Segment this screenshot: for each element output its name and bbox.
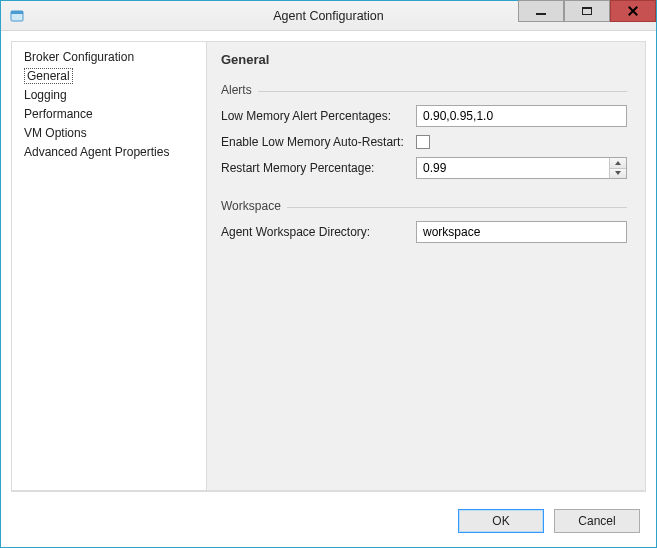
svg-rect-1 bbox=[11, 11, 23, 14]
restart-percentage-input[interactable] bbox=[417, 158, 609, 178]
enable-auto-restart-checkbox[interactable] bbox=[416, 135, 430, 149]
ok-button-label: OK bbox=[492, 514, 509, 528]
group-workspace-title: Workspace bbox=[221, 199, 281, 213]
workspace-directory-label: Agent Workspace Directory: bbox=[221, 225, 416, 239]
workspace-directory-input[interactable] bbox=[416, 221, 627, 243]
sidebar-item-label: General bbox=[24, 68, 73, 84]
sidebar-item-performance[interactable]: Performance bbox=[12, 105, 206, 124]
titlebar[interactable]: Agent Configuration bbox=[1, 1, 656, 31]
divider bbox=[287, 207, 627, 208]
group-alerts-title: Alerts bbox=[221, 83, 252, 97]
maximize-button[interactable] bbox=[564, 0, 610, 22]
cancel-button[interactable]: Cancel bbox=[554, 509, 640, 533]
cancel-button-label: Cancel bbox=[578, 514, 615, 528]
spinner-up-button[interactable] bbox=[610, 158, 626, 168]
sidebar: Broker Configuration General Logging Per… bbox=[11, 41, 206, 491]
sidebar-item-label: Advanced Agent Properties bbox=[24, 145, 169, 159]
spinner-buttons bbox=[609, 158, 626, 178]
group-alerts: Alerts Low Memory Alert Percentages: Ena… bbox=[221, 83, 627, 187]
close-icon bbox=[628, 6, 638, 16]
chevron-down-icon bbox=[615, 171, 621, 175]
window-controls bbox=[518, 1, 656, 30]
dialog-window: Agent Configuration Broker Configuration… bbox=[0, 0, 657, 548]
sidebar-item-broker-configuration[interactable]: Broker Configuration bbox=[12, 48, 206, 67]
restart-percentage-label: Restart Memory Percentage: bbox=[221, 161, 416, 175]
enable-auto-restart-label: Enable Low Memory Auto-Restart: bbox=[221, 135, 416, 149]
spinner-down-button[interactable] bbox=[610, 168, 626, 179]
chevron-up-icon bbox=[615, 161, 621, 165]
low-memory-percentages-label: Low Memory Alert Percentages: bbox=[221, 109, 416, 123]
sidebar-item-label: Performance bbox=[24, 107, 93, 121]
sidebar-item-label: Logging bbox=[24, 88, 67, 102]
main-panel: General Alerts Low Memory Alert Percenta… bbox=[206, 41, 646, 491]
low-memory-percentages-input[interactable] bbox=[416, 105, 627, 127]
page-heading: General bbox=[221, 52, 627, 67]
sidebar-item-vm-options[interactable]: VM Options bbox=[12, 124, 206, 143]
dialog-body: Broker Configuration General Logging Per… bbox=[1, 31, 656, 491]
close-button[interactable] bbox=[610, 0, 656, 22]
maximize-icon bbox=[582, 7, 592, 15]
minimize-icon bbox=[536, 13, 546, 15]
divider bbox=[258, 91, 627, 92]
dialog-footer: OK Cancel bbox=[11, 491, 646, 539]
app-icon bbox=[9, 8, 25, 24]
group-workspace: Workspace Agent Workspace Directory: bbox=[221, 199, 627, 251]
sidebar-item-advanced-agent-properties[interactable]: Advanced Agent Properties bbox=[12, 143, 206, 162]
sidebar-item-label: VM Options bbox=[24, 126, 87, 140]
minimize-button[interactable] bbox=[518, 0, 564, 22]
sidebar-item-general[interactable]: General bbox=[12, 67, 206, 86]
sidebar-item-logging[interactable]: Logging bbox=[12, 86, 206, 105]
sidebar-item-label: Broker Configuration bbox=[24, 50, 134, 64]
ok-button[interactable]: OK bbox=[458, 509, 544, 533]
restart-percentage-spinner[interactable] bbox=[416, 157, 627, 179]
